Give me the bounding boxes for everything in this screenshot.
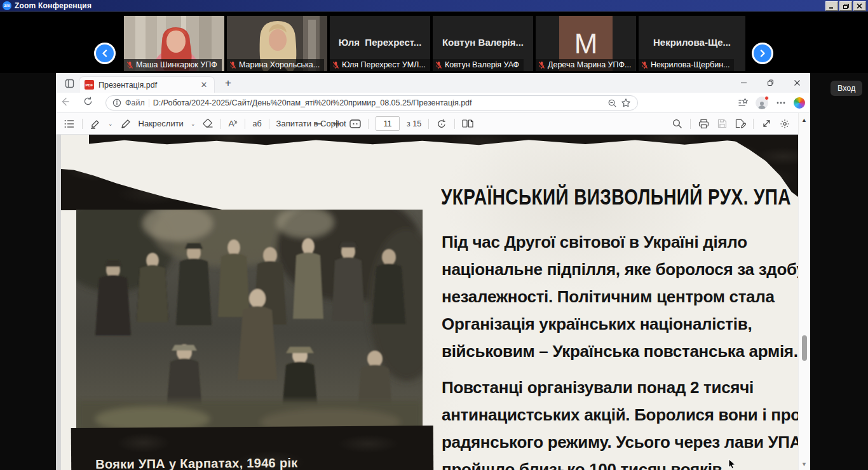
window-title: Zoom Конференция (15, 1, 92, 10)
table-of-contents-icon[interactable] (64, 118, 75, 130)
paragraph-line: військовим – Українська повстанська армі… (442, 338, 798, 365)
more-options-icon[interactable] (773, 95, 789, 111)
scroll-up-icon[interactable]: ▲ (801, 117, 807, 123)
mic-muted-icon (641, 61, 648, 69)
photo-caption: Вояки УПА у Карпатах, 1946 рік (95, 456, 298, 470)
find-in-document-icon[interactable] (672, 118, 683, 130)
minimize-button[interactable] (825, 1, 838, 11)
draw-pen-icon[interactable] (120, 118, 132, 130)
zoom-app-window: zm Zoom Конференция Маша (0, 0, 868, 470)
highlighter-icon[interactable] (90, 118, 101, 130)
zoom-out-icon[interactable] (313, 118, 324, 130)
login-button[interactable]: Вход (831, 81, 862, 96)
participant-name: Марина Хорольська... (239, 60, 320, 69)
browser-minimize-button[interactable] (730, 73, 757, 93)
collections-icon[interactable] (735, 95, 750, 111)
draw-button[interactable]: Накреслити (139, 119, 184, 128)
divider (220, 119, 221, 129)
paragraph-line: Організація українських націоналістів, (442, 311, 798, 338)
paragraph-line: радянського режиму. Усього через лави УП… (442, 429, 798, 456)
pdf-content-area[interactable]: Вояки УПА у Карпатах, 1946 рік УКРАЇНСЬК… (56, 135, 810, 470)
paragraph-line: антинацистських акцій. Боролися вони і п… (442, 401, 798, 429)
torn-paper-top-left (61, 154, 225, 210)
divider (82, 119, 83, 129)
tab-presentation-pdf[interactable]: PDF Презентація.pdf ✕ (79, 76, 215, 93)
prev-participants-button[interactable] (94, 43, 116, 64)
paragraph-line: незалежності. Політичним центром стала (442, 283, 798, 311)
copilot-icon[interactable] (794, 97, 805, 109)
url-field[interactable]: Файл D:/Робота/2024-2025/Сайт/День%20пам… (105, 95, 638, 111)
back-icon[interactable] (56, 97, 74, 109)
close-button[interactable] (853, 1, 866, 11)
tab-actions-icon[interactable] (64, 77, 75, 89)
participant-name: Дереча Марина УПФ... (548, 60, 631, 69)
refresh-icon[interactable] (79, 97, 97, 109)
participant-nameplate: Некрилова-Щербин... (639, 59, 734, 71)
save-icon[interactable] (716, 118, 728, 130)
tab-title: Презентація.pdf (98, 81, 194, 90)
fit-to-width-icon[interactable] (349, 118, 361, 130)
save-as-icon[interactable] (735, 118, 746, 130)
rotate-icon[interactable] (436, 118, 447, 130)
tab-close-icon[interactable]: ✕ (199, 81, 209, 89)
scroll-down-icon[interactable]: ▼ (801, 461, 807, 467)
vertical-scrollbar[interactable]: ▲ ▼ (798, 113, 810, 470)
participant-display-name: Юля Перехрест... (330, 37, 430, 48)
torn-paper-top (89, 135, 798, 145)
page-number-input[interactable] (376, 116, 400, 131)
participant-nameplate: Марина Хорольська... (227, 59, 324, 71)
chevron-down-icon[interactable]: ⌄ (191, 121, 196, 127)
new-tab-button[interactable]: + (222, 77, 234, 89)
address-bar: Файл D:/Робота/2024-2025/Сайт/День%20пам… (56, 93, 810, 113)
fullscreen-icon[interactable] (761, 118, 772, 130)
mouse-cursor-icon (728, 459, 736, 469)
zoom-logo-icon: zm (3, 1, 11, 10)
participant-tile[interactable]: M Дереча Марина УПФ... (536, 16, 636, 71)
slide-paragraph: Під час Другої світової в Україні діяло … (442, 229, 798, 365)
profile-avatar[interactable] (756, 97, 768, 109)
next-participants-button[interactable] (752, 43, 773, 64)
read-aloud-icon[interactable]: A (228, 119, 238, 128)
divider (368, 119, 369, 129)
chevron-right-icon (759, 50, 766, 57)
page-view-icon[interactable] (462, 118, 473, 130)
paragraph-line: національне підпілля, яке боролося за зд… (442, 256, 798, 283)
upa-soldiers-photo (76, 210, 423, 431)
print-icon[interactable] (698, 118, 709, 130)
url-scheme-label: Файл (125, 98, 145, 107)
favorite-star-icon[interactable] (621, 98, 631, 108)
zoom-in-icon[interactable] (331, 118, 342, 130)
browser-close-button[interactable] (783, 73, 810, 93)
participant-name: Некрилова-Щербин... (651, 60, 729, 69)
settings-gear-icon[interactable] (779, 118, 790, 130)
mic-muted-icon (126, 61, 133, 69)
participant-name: Маша Шинкарюк УПФ (136, 60, 217, 69)
pdf-slide-page: Вояки УПА у Карпатах, 1946 рік УКРАЇНСЬК… (61, 135, 798, 470)
divider (245, 119, 245, 129)
participant-nameplate: Дереча Марина УПФ... (536, 59, 635, 71)
participant-tile[interactable]: Ковтун Валерія... Ковтун Валерія УАФ (433, 16, 533, 71)
url-text: D:/Робота/2024-2025/Сайт/День%20пам_яті%… (153, 98, 604, 107)
participant-tile[interactable]: Некрилова-Ще... Некрилова-Щербин... (639, 16, 745, 71)
slide-title: УКРАЇНСЬКИЙ ВИЗВОЛЬНИЙ РУХ. УПА (441, 184, 791, 210)
zoom-level-icon[interactable] (607, 98, 617, 108)
eraser-icon[interactable] (202, 118, 214, 130)
restore-button[interactable] (839, 1, 852, 11)
participant-tile[interactable]: Юля Перехрест... Юля Перехрест УМЛ... (330, 16, 430, 71)
participant-tile[interactable]: Маша Шинкарюк УПФ (124, 16, 224, 71)
divider (690, 119, 691, 129)
chevron-down-icon[interactable]: ⌄ (108, 121, 113, 127)
divider (454, 119, 455, 129)
scrollbar-thumb[interactable] (802, 335, 807, 361)
paragraph-line: Під час Другої світової в Україні діяло (442, 229, 798, 256)
translate-icon[interactable]: аб (252, 119, 261, 128)
participant-tile[interactable]: Марина Хорольська... (227, 16, 327, 71)
pdf-toolbar: ⌄ Накреслити ⌄ A аб Запитати в Copilot з… (56, 113, 798, 135)
pdf-file-icon: PDF (85, 80, 94, 90)
chevron-left-icon (101, 50, 109, 57)
notification-dot (764, 96, 769, 100)
browser-restore-button[interactable] (757, 73, 783, 93)
participant-nameplate: Юля Перехрест УМЛ... (330, 59, 430, 71)
paragraph-line: Повстанці організували понад 2 тисячі (442, 374, 798, 401)
info-icon[interactable] (112, 98, 121, 107)
